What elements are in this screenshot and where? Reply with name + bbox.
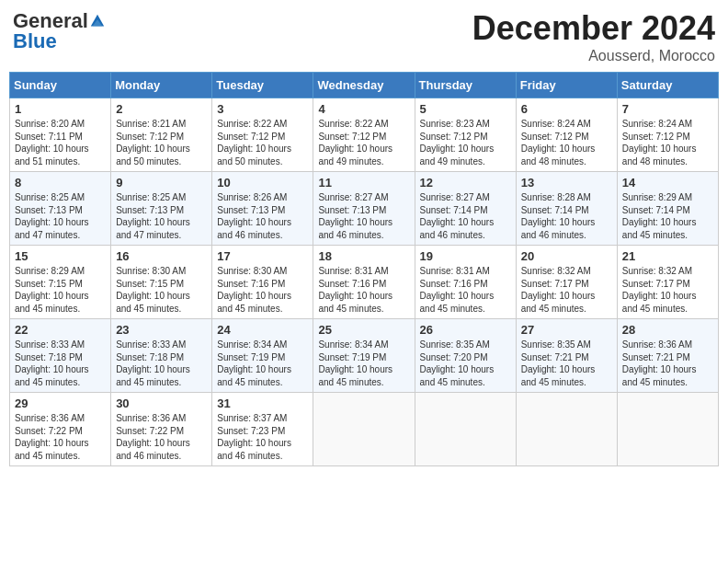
table-row: 31 Sunrise: 8:37 AM Sunset: 7:23 PM Dayl… <box>212 393 313 466</box>
day-number: 3 <box>217 102 308 116</box>
month-title: December 2024 <box>472 9 715 48</box>
day-info: Sunrise: 8:36 AM Sunset: 7:22 PM Dayligh… <box>116 412 207 462</box>
table-row: 13 Sunrise: 8:28 AM Sunset: 7:14 PM Dayl… <box>516 172 617 246</box>
day-info: Sunrise: 8:35 AM Sunset: 7:21 PM Dayligh… <box>521 339 612 388</box>
day-info: Sunrise: 8:25 AM Sunset: 7:13 PM Dayligh… <box>15 191 106 241</box>
table-row: 27 Sunrise: 8:35 AM Sunset: 7:21 PM Dayl… <box>516 319 617 393</box>
day-number: 13 <box>521 176 612 190</box>
day-number: 1 <box>15 102 106 116</box>
calendar-week-row: 8 Sunrise: 8:25 AM Sunset: 7:13 PM Dayli… <box>10 172 719 246</box>
day-info: Sunrise: 8:31 AM Sunset: 7:16 PM Dayligh… <box>318 265 409 315</box>
day-number: 23 <box>116 323 207 337</box>
day-info: Sunrise: 8:20 AM Sunset: 7:11 PM Dayligh… <box>15 118 106 167</box>
day-number: 28 <box>622 323 713 337</box>
table-row: 19 Sunrise: 8:31 AM Sunset: 7:16 PM Dayl… <box>415 246 516 319</box>
day-info: Sunrise: 8:23 AM Sunset: 7:12 PM Dayligh… <box>420 118 511 167</box>
table-row: 20 Sunrise: 8:32 AM Sunset: 7:17 PM Dayl… <box>516 246 617 319</box>
table-row: 5 Sunrise: 8:23 AM Sunset: 7:12 PM Dayli… <box>415 98 516 172</box>
day-info: Sunrise: 8:34 AM Sunset: 7:19 PM Dayligh… <box>318 339 409 388</box>
day-info: Sunrise: 8:29 AM Sunset: 7:14 PM Dayligh… <box>622 191 713 241</box>
col-thursday: Thursday <box>415 73 516 98</box>
day-info: Sunrise: 8:31 AM Sunset: 7:16 PM Dayligh… <box>420 265 511 315</box>
day-info: Sunrise: 8:34 AM Sunset: 7:19 PM Dayligh… <box>217 339 308 388</box>
col-tuesday: Tuesday <box>212 73 313 98</box>
page-header: General Blue December 2024 Aousserd, Mor… <box>9 9 719 64</box>
day-info: Sunrise: 8:36 AM Sunset: 7:21 PM Dayligh… <box>622 339 713 388</box>
day-number: 22 <box>15 323 106 337</box>
table-row: 29 Sunrise: 8:36 AM Sunset: 7:22 PM Dayl… <box>10 393 111 466</box>
calendar-week-row: 1 Sunrise: 8:20 AM Sunset: 7:11 PM Dayli… <box>10 98 719 172</box>
calendar-week-row: 29 Sunrise: 8:36 AM Sunset: 7:22 PM Dayl… <box>10 393 719 466</box>
day-number: 15 <box>15 249 106 263</box>
day-number: 14 <box>622 176 713 190</box>
calendar-week-row: 22 Sunrise: 8:33 AM Sunset: 7:18 PM Dayl… <box>10 319 719 393</box>
table-row: 14 Sunrise: 8:29 AM Sunset: 7:14 PM Dayl… <box>617 172 718 246</box>
day-info: Sunrise: 8:27 AM Sunset: 7:14 PM Dayligh… <box>420 191 511 241</box>
day-number: 19 <box>420 249 511 263</box>
day-number: 5 <box>420 102 511 116</box>
table-row: 9 Sunrise: 8:25 AM Sunset: 7:13 PM Dayli… <box>111 172 212 246</box>
day-number: 12 <box>420 176 511 190</box>
col-friday: Friday <box>516 73 617 98</box>
table-row: 15 Sunrise: 8:29 AM Sunset: 7:15 PM Dayl… <box>10 246 111 319</box>
logo: General Blue <box>13 9 106 53</box>
table-row: 3 Sunrise: 8:22 AM Sunset: 7:12 PM Dayli… <box>212 98 313 172</box>
day-info: Sunrise: 8:24 AM Sunset: 7:12 PM Dayligh… <box>622 118 713 167</box>
table-row: 7 Sunrise: 8:24 AM Sunset: 7:12 PM Dayli… <box>617 98 718 172</box>
col-saturday: Saturday <box>617 73 718 98</box>
table-row: 8 Sunrise: 8:25 AM Sunset: 7:13 PM Dayli… <box>10 172 111 246</box>
day-info: Sunrise: 8:22 AM Sunset: 7:12 PM Dayligh… <box>318 118 409 167</box>
day-number: 6 <box>521 102 612 116</box>
logo-blue-text: Blue <box>13 29 57 52</box>
table-row: 21 Sunrise: 8:32 AM Sunset: 7:17 PM Dayl… <box>617 246 718 319</box>
col-wednesday: Wednesday <box>313 73 415 98</box>
table-row: 16 Sunrise: 8:30 AM Sunset: 7:15 PM Dayl… <box>111 246 212 319</box>
day-number: 31 <box>217 396 308 410</box>
day-number: 17 <box>217 249 308 263</box>
day-number: 29 <box>15 396 106 410</box>
day-info: Sunrise: 8:33 AM Sunset: 7:18 PM Dayligh… <box>15 339 106 388</box>
table-row: 24 Sunrise: 8:34 AM Sunset: 7:19 PM Dayl… <box>212 319 313 393</box>
table-row: 10 Sunrise: 8:26 AM Sunset: 7:13 PM Dayl… <box>212 172 313 246</box>
day-number: 26 <box>420 323 511 337</box>
day-info: Sunrise: 8:32 AM Sunset: 7:17 PM Dayligh… <box>521 265 612 315</box>
table-row: 6 Sunrise: 8:24 AM Sunset: 7:12 PM Dayli… <box>516 98 617 172</box>
table-row: 26 Sunrise: 8:35 AM Sunset: 7:20 PM Dayl… <box>415 319 516 393</box>
table-row: 2 Sunrise: 8:21 AM Sunset: 7:12 PM Dayli… <box>111 98 212 172</box>
day-info: Sunrise: 8:37 AM Sunset: 7:23 PM Dayligh… <box>217 412 308 462</box>
day-info: Sunrise: 8:36 AM Sunset: 7:22 PM Dayligh… <box>15 412 106 462</box>
location: Aousserd, Morocco <box>472 48 715 64</box>
calendar-week-row: 15 Sunrise: 8:29 AM Sunset: 7:15 PM Dayl… <box>10 246 719 319</box>
day-info: Sunrise: 8:24 AM Sunset: 7:12 PM Dayligh… <box>521 118 612 167</box>
day-number: 9 <box>116 176 207 190</box>
day-info: Sunrise: 8:30 AM Sunset: 7:16 PM Dayligh… <box>217 265 308 315</box>
table-row <box>516 393 617 466</box>
table-row: 17 Sunrise: 8:30 AM Sunset: 7:16 PM Dayl… <box>212 246 313 319</box>
table-row <box>313 393 415 466</box>
table-row: 25 Sunrise: 8:34 AM Sunset: 7:19 PM Dayl… <box>313 319 415 393</box>
table-row <box>415 393 516 466</box>
day-info: Sunrise: 8:32 AM Sunset: 7:17 PM Dayligh… <box>622 265 713 315</box>
day-info: Sunrise: 8:33 AM Sunset: 7:18 PM Dayligh… <box>116 339 207 388</box>
day-number: 4 <box>318 102 409 116</box>
calendar-table: Sunday Monday Tuesday Wednesday Thursday… <box>9 72 719 466</box>
table-row: 22 Sunrise: 8:33 AM Sunset: 7:18 PM Dayl… <box>10 319 111 393</box>
day-number: 2 <box>116 102 207 116</box>
day-number: 8 <box>15 176 106 190</box>
day-number: 20 <box>521 249 612 263</box>
day-number: 27 <box>521 323 612 337</box>
day-info: Sunrise: 8:22 AM Sunset: 7:12 PM Dayligh… <box>217 118 308 167</box>
table-row: 18 Sunrise: 8:31 AM Sunset: 7:16 PM Dayl… <box>313 246 415 319</box>
table-row: 30 Sunrise: 8:36 AM Sunset: 7:22 PM Dayl… <box>111 393 212 466</box>
table-row: 1 Sunrise: 8:20 AM Sunset: 7:11 PM Dayli… <box>10 98 111 172</box>
day-number: 18 <box>318 249 409 263</box>
col-sunday: Sunday <box>10 73 111 98</box>
logo-icon <box>89 13 106 29</box>
day-info: Sunrise: 8:25 AM Sunset: 7:13 PM Dayligh… <box>116 191 207 241</box>
day-number: 24 <box>217 323 308 337</box>
table-row: 11 Sunrise: 8:27 AM Sunset: 7:13 PM Dayl… <box>313 172 415 246</box>
col-monday: Monday <box>111 73 212 98</box>
day-info: Sunrise: 8:28 AM Sunset: 7:14 PM Dayligh… <box>521 191 612 241</box>
day-info: Sunrise: 8:30 AM Sunset: 7:15 PM Dayligh… <box>116 265 207 315</box>
day-number: 21 <box>622 249 713 263</box>
